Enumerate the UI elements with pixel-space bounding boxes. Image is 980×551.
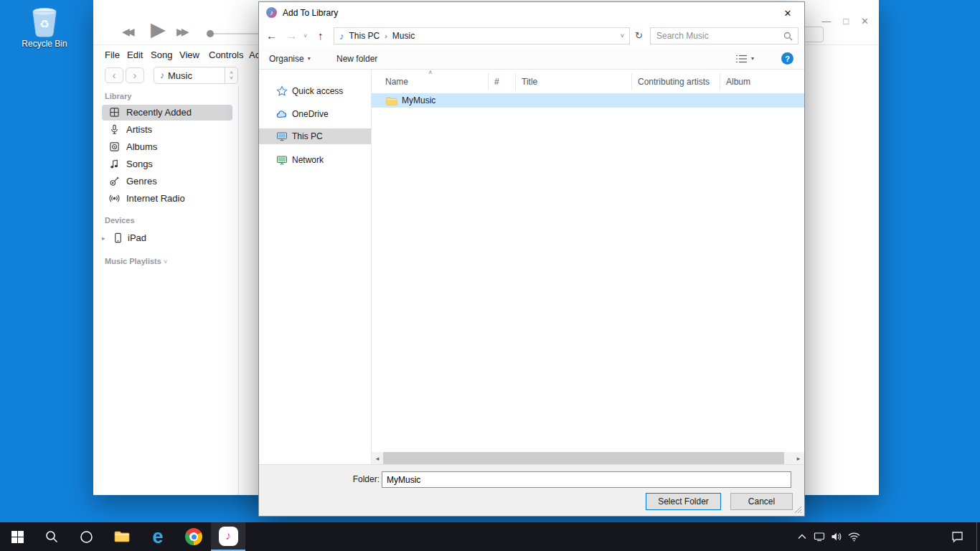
action-center-button[interactable] [944, 522, 970, 551]
expander-icon[interactable]: ▸ [102, 230, 105, 246]
search-box[interactable] [650, 27, 798, 44]
recycle-bin-icon: ♻ [29, 4, 60, 37]
start-button[interactable] [0, 522, 34, 551]
nav-item-network[interactable]: Network [259, 152, 371, 168]
itunes-icon: ♪ [219, 527, 238, 546]
up-arrow-button[interactable]: ↑ [318, 29, 324, 42]
dialog-title-bar[interactable]: ♪ Add To Library ✕ [259, 2, 804, 24]
column-header-album[interactable]: Album [720, 73, 804, 90]
dialog-close-button[interactable]: ✕ [771, 2, 804, 24]
nav-item-quick-access[interactable]: Quick access [259, 83, 371, 99]
sidebar-item-recently-added[interactable]: Recently Added [93, 105, 239, 121]
menu-song[interactable]: Song [151, 50, 172, 60]
breadcrumb-music[interactable]: Music [387, 31, 420, 41]
nav-item-this-pc[interactable]: This PC [259, 128, 371, 144]
search-icon [45, 530, 58, 543]
breadcrumb-this-pc[interactable]: This PC [344, 31, 385, 41]
column-header-title[interactable]: Title [516, 73, 632, 90]
new-folder-button[interactable]: New folder [336, 48, 377, 69]
cortana-button[interactable] [69, 522, 103, 551]
sidebar-item-songs[interactable]: Songs [93, 156, 239, 172]
address-box[interactable]: ♪ This PC › Music ˅ [334, 27, 630, 44]
scroll-right-icon[interactable]: ▸ [793, 452, 804, 464]
fast-forward-button[interactable]: ▶▶ [176, 26, 187, 37]
edge-icon: e [152, 527, 163, 547]
windows-logo-icon [11, 531, 24, 543]
chrome-icon [185, 528, 202, 545]
cloud-icon [276, 108, 288, 120]
minimize-button[interactable]: — [821, 16, 831, 27]
folder-icon [386, 96, 397, 105]
nav-item-onedrive[interactable]: OneDrive [259, 106, 371, 122]
resize-grip[interactable] [794, 506, 802, 514]
file-list-pane: ˄ Name # Title Contributing artists Albu… [372, 70, 804, 464]
address-bar: ← → ˅ ↑ ♪ This PC › Music ˅ ↻ [259, 24, 804, 48]
speaker-icon[interactable] [829, 522, 844, 551]
file-explorer-button[interactable] [105, 522, 139, 551]
column-header-name[interactable]: Name [372, 73, 489, 90]
edge-button[interactable]: e [141, 522, 175, 551]
recent-locations-dropdown[interactable]: ˅ [303, 32, 307, 39]
help-button[interactable]: ? [781, 52, 793, 65]
scrollbar-thumb[interactable] [383, 452, 784, 464]
nav-forward-button[interactable]: › [126, 67, 144, 83]
menu-file[interactable]: File [105, 50, 120, 60]
back-arrow-button[interactable]: ← [266, 29, 277, 42]
search-input[interactable] [651, 31, 783, 41]
organise-button[interactable]: Organise ▾ [269, 48, 311, 69]
music-playlists-heading[interactable]: Music Playlists ˅ [105, 257, 167, 265]
sidebar-item-internet-radio[interactable]: Internet Radio [93, 191, 239, 207]
scroll-left-icon[interactable]: ◂ [372, 452, 383, 464]
media-type-selector[interactable]: ♪ Music ˄˅ [154, 67, 238, 84]
address-dropdown-icon[interactable]: ˅ [621, 32, 624, 39]
sidebar-item-ipad[interactable]: ▸ iPad [93, 230, 239, 246]
sidebar-item-genres[interactable]: Genres [93, 174, 239, 189]
hidden-icons-chevron-icon[interactable] [795, 522, 809, 551]
system-tray [795, 522, 861, 551]
display-tray-icon[interactable] [812, 522, 826, 551]
cancel-button[interactable]: Cancel [730, 493, 793, 510]
dialog-footer: Folder: Select Folder Cancel [259, 464, 804, 516]
column-headers: Name # Title Contributing artists Album [372, 73, 804, 90]
computer-icon [276, 131, 288, 142]
view-mode-button[interactable]: ▾ [735, 48, 754, 69]
itunes-app-icon: ♪ [266, 7, 277, 18]
play-button[interactable]: ▶ [151, 18, 166, 41]
nav-back-button[interactable]: ‹ [105, 67, 123, 83]
music-note-icon [109, 159, 120, 169]
volume-knob[interactable] [207, 30, 214, 37]
dialog-title: Add To Library [283, 8, 338, 18]
rewind-button[interactable]: ◀◀ [122, 26, 132, 37]
search-button[interactable] [34, 522, 69, 551]
search-icon [783, 32, 793, 41]
file-row-mymusic[interactable]: MyMusic [372, 93, 804, 108]
list-view-icon [735, 54, 748, 64]
column-header-contributing-artists[interactable]: Contributing artists [632, 73, 720, 90]
chevron-down-icon: ▾ [751, 55, 754, 62]
menu-edit[interactable]: Edit [127, 50, 143, 60]
action-center-icon [951, 531, 963, 542]
sidebar-item-albums[interactable]: Albums [93, 139, 239, 155]
chevron-down-icon: ▾ [308, 55, 311, 62]
refresh-button[interactable]: ↻ [635, 30, 643, 41]
selector-chevrons-icon[interactable]: ˄˅ [225, 67, 237, 83]
file-name: MyMusic [402, 95, 435, 105]
command-toolbar: Organise ▾ New folder ▾ ? [259, 48, 804, 70]
column-header-number[interactable]: # [489, 73, 516, 90]
menu-view[interactable]: View [179, 50, 199, 60]
forward-arrow-button[interactable]: → [286, 29, 297, 42]
select-folder-button[interactable]: Select Folder [646, 493, 721, 510]
sidebar-item-artists[interactable]: Artists [93, 122, 239, 138]
itunes-button[interactable]: ♪ [211, 522, 245, 551]
folder-name-input[interactable] [382, 471, 791, 488]
maximize-button[interactable]: □ [843, 16, 849, 27]
recycle-bin[interactable]: ♻ Recycle Bin [22, 4, 67, 49]
horizontal-scrollbar[interactable]: ◂ ▸ [372, 452, 804, 464]
close-button[interactable]: ✕ [861, 16, 869, 27]
taskbar: e ♪ [0, 522, 980, 551]
chevron-down-icon: ˅ [164, 258, 167, 265]
wifi-icon[interactable] [847, 522, 861, 551]
chrome-button[interactable] [176, 522, 211, 551]
show-desktop-button[interactable] [976, 522, 980, 551]
menu-controls[interactable]: Controls [209, 50, 243, 60]
